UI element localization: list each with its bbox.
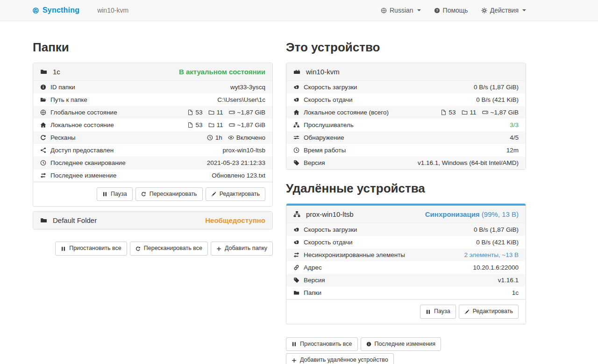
devices-footer-actions: Приостановить всеПоследние измененияДоба… <box>286 337 454 364</box>
folder-status-badge: В актуальном состоянии <box>179 68 265 76</box>
pause-folder-button[interactable]: Пауза <box>97 187 133 201</box>
refresh-icon <box>141 192 146 197</box>
folder-icon <box>40 217 47 224</box>
eye-icon <box>228 135 234 141</box>
rescan-folder-button[interactable]: Пересканировать <box>135 187 203 201</box>
detail-row: Скорость отдачи0 B/s (421 KiB) <box>286 93 526 106</box>
folder-actions: ПаузаПересканироватьРедактировать <box>33 182 272 207</box>
detail-value: 5311~1,87 GiB <box>184 121 265 128</box>
this-device-panel: win10-kvm Скорость загрузки0 B/s (1,87 G… <box>286 63 526 170</box>
remote-device-panel: prox-win10-ltsb Синхронизация (99%, 13 B… <box>286 203 526 324</box>
folder-details-table: ID папкиwyt33-3yscqПуть к папкеC:\Users\… <box>33 80 272 182</box>
detail-label: Скорость отдачи <box>293 96 353 103</box>
pencil-icon <box>211 192 216 197</box>
caret-down-icon <box>417 9 421 11</box>
detail-value: 0 B/s (1,87 GiB) <box>474 84 519 91</box>
detail-value: 5311~1,87 GiB <box>184 109 265 116</box>
pause-icon <box>61 246 66 251</box>
remote-device-actions: ПаузаРедактировать <box>286 299 526 324</box>
home-icon <box>40 122 46 128</box>
folder-o-icon <box>208 122 214 128</box>
pause-all-folders-button[interactable]: Приостановить все <box>55 242 127 256</box>
exchange-icon <box>293 252 299 258</box>
file-icon <box>187 122 193 128</box>
folder-panel-heading[interactable]: Default Folder Необщедоступно <box>33 212 272 229</box>
detail-label: Несинхронизированные элементы <box>293 251 405 258</box>
folder-panel-heading[interactable]: 1c В актуальном состоянии <box>33 63 272 80</box>
this-device-heading[interactable]: win10-kvm <box>286 63 526 80</box>
detail-label: Последнее сканирование <box>40 159 126 166</box>
info-icon <box>40 84 46 90</box>
detail-label: Скорость загрузки <box>293 84 357 91</box>
main-content: Папки 1c В актуальном состоянии ID папки… <box>33 21 526 364</box>
gear-icon <box>481 7 487 14</box>
file-icon <box>187 109 193 115</box>
actions-menu[interactable]: Действия <box>481 7 526 14</box>
detail-row: Последнее изменениеОбновлено 123.txt <box>33 169 272 182</box>
detail-row: Путь к папкеC:\Users\User\1c <box>33 93 272 106</box>
globe-icon <box>40 109 46 115</box>
detail-row: Версияv1.16.1 <box>286 274 526 286</box>
tag-icon <box>293 160 299 166</box>
syncthing-brand-link[interactable]: Syncthing win10-kvm <box>33 6 128 14</box>
detail-row: Прослушиватель3/3 <box>286 119 526 131</box>
link-icon <box>293 264 299 271</box>
add-folder-button[interactable]: Добавить папку <box>211 242 273 256</box>
detail-value: 0 B/s (1,87 GiB) <box>474 226 519 233</box>
pause-device-button[interactable]: Пауза <box>420 305 456 319</box>
detail-label: Обнаружение <box>293 134 344 141</box>
add-remote-device-button[interactable]: Добавить удалённое устройство <box>286 353 394 364</box>
detail-value: v1.16.1, Windows (64-bit Intel/AMD) <box>418 159 519 166</box>
exchange-icon <box>40 172 46 178</box>
detail-label: Скорость отдачи <box>293 239 353 246</box>
language-menu[interactable]: Russian <box>381 7 421 14</box>
help-menu[interactable]: ? Помощь <box>434 7 468 14</box>
plus-icon <box>216 246 221 251</box>
remote-device-heading[interactable]: prox-win10-ltsb Синхронизация (99%, 13 B… <box>286 206 526 223</box>
device-icon <box>293 68 300 75</box>
detail-value: v1.16.1 <box>498 277 519 284</box>
folders-footer-actions: Приостановить всеПересканировать всеДоба… <box>33 242 273 256</box>
edit-folder-button[interactable]: Редактировать <box>206 187 265 201</box>
this-device-name: win10-kvm <box>306 68 340 76</box>
edit-device-button[interactable]: Редактировать <box>459 305 519 319</box>
hdd-icon <box>229 122 235 128</box>
detail-row: Адрес10.20.1.6:22000 <box>286 261 526 274</box>
detail-label: ID папки <box>40 84 75 91</box>
help-menu-label: Помощь <box>443 7 468 14</box>
refresh-icon <box>40 135 46 141</box>
recent-changes-button[interactable]: Последние изменения <box>361 337 441 351</box>
detail-value: 12m <box>506 147 519 154</box>
folder-name: 1c <box>53 68 60 76</box>
device-status-badge: Синхронизация (99%, 13 B) <box>425 210 519 218</box>
detail-value: C:\Users\User\1c <box>217 96 265 103</box>
cloud-up-icon <box>293 97 299 103</box>
pause-icon <box>292 342 297 347</box>
this-device-details-table: Скорость загрузки0 B/s (1,87 GiB)Скорост… <box>286 80 526 169</box>
detail-row: Локальное состояние5311~1,87 GiB <box>33 119 272 131</box>
plus-icon <box>292 358 297 363</box>
detail-row: Обнаружение4/5 <box>286 131 526 144</box>
clock-icon <box>40 160 46 166</box>
detail-value-link[interactable]: 2 элементы, ~13 B <box>464 251 519 258</box>
actions-menu-label: Действия <box>490 7 519 14</box>
clock-icon <box>293 147 299 153</box>
this-device-title: Это устройство <box>286 41 526 54</box>
pause-all-devices-button[interactable]: Приостановить все <box>286 337 358 351</box>
detail-label: Папки <box>293 289 321 296</box>
rescan-all-folders-button[interactable]: Пересканировать все <box>130 242 208 256</box>
detail-row: Версияv1.16.1, Windows (64-bit Intel/AMD… <box>286 157 526 169</box>
syncthing-logo-icon <box>33 7 39 14</box>
cloud-down-icon <box>293 227 299 233</box>
folder-icon <box>40 68 47 75</box>
detail-row: Скорость загрузки0 B/s (1,87 GiB) <box>286 81 526 93</box>
folder-panel-default: Default Folder Необщедоступно <box>33 211 273 229</box>
sliders-icon <box>293 135 299 141</box>
detail-label: Доступ предоставлен <box>40 147 114 154</box>
detail-label: Глобальное состояние <box>40 109 117 116</box>
detail-value: 0 B/s (421 KiB) <box>476 239 519 246</box>
detail-label: Локальное состояние <box>40 121 114 128</box>
svg-text:?: ? <box>436 8 438 13</box>
folders-title: Папки <box>33 41 273 54</box>
detail-row: Локальное состояние (всего)5311~1,87 GiB <box>286 106 526 119</box>
